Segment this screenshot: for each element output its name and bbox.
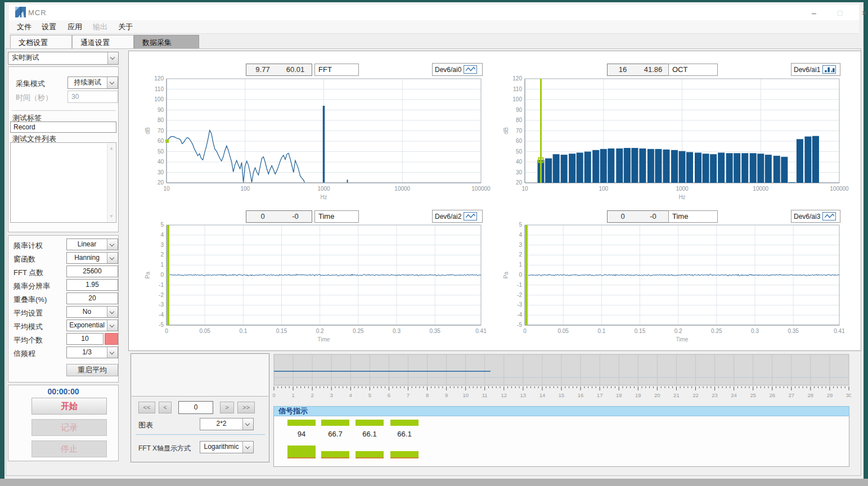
fft-channel-box[interactable]: Dev6/ai0 <box>432 63 483 76</box>
tab-document-settings[interactable]: 文档设置 <box>10 35 72 49</box>
acq-mode-select[interactable]: 持续测试 <box>68 76 118 89</box>
svg-text:0: 0 <box>160 272 164 278</box>
svg-text:2: 2 <box>519 251 522 258</box>
bar-chart-icon <box>822 65 836 74</box>
status-strip <box>0 479 868 486</box>
time2-channel-box[interactable]: Dev6/ai2 <box>432 210 483 223</box>
nav-first-button[interactable]: << <box>138 402 155 413</box>
menu-output: 输出 <box>89 21 111 33</box>
overlap-input[interactable]: 20 <box>66 292 118 304</box>
test-mode-select[interactable]: 实时测试 <box>8 52 119 65</box>
freq-weighting-label: 频率计权 <box>14 241 43 251</box>
page-number-field[interactable]: 0 <box>178 401 213 414</box>
svg-text:18: 18 <box>616 392 622 398</box>
svg-text:100: 100 <box>512 96 522 102</box>
time3-cursor-readout: 0-0 <box>607 210 669 223</box>
freq-resolution-input[interactable]: 1.95 <box>66 279 118 291</box>
svg-text:10: 10 <box>462 392 469 398</box>
minimize-button[interactable]: – <box>804 6 824 20</box>
svg-text:0.15: 0.15 <box>635 328 646 334</box>
record-timeline[interactable]: 0123456789101112131415161718192021222324… <box>273 354 851 402</box>
svg-text:60: 60 <box>516 138 523 144</box>
chevron-down-icon[interactable] <box>107 320 118 331</box>
tab-channel-settings[interactable]: 通道设置 <box>72 35 134 49</box>
fft-chart[interactable]: 1010010001000010000020304050607080901001… <box>133 72 497 213</box>
svg-text:22: 22 <box>692 392 699 398</box>
chevron-down-icon[interactable] <box>107 77 118 88</box>
svg-text:8: 8 <box>426 392 429 398</box>
acq-mode-value: 持续测试 <box>68 77 107 88</box>
scroll-up-icon[interactable]: ▲ <box>107 145 115 152</box>
info-box <box>132 354 268 397</box>
window-fn-value: Hanning <box>67 253 107 263</box>
menu-file[interactable]: 文件 <box>14 21 35 33</box>
time-chart-ai3[interactable]: 00.050.10.150.20.250.30.350.41-5-4-3-2-1… <box>491 218 856 355</box>
avg-mode-select[interactable]: Exponential <box>66 320 118 331</box>
svg-text:4: 4 <box>349 392 352 398</box>
cursor-x: 16 <box>608 64 638 75</box>
svg-text:30: 30 <box>158 169 164 176</box>
chevron-down-icon[interactable] <box>107 239 118 250</box>
svg-text:23: 23 <box>712 392 718 398</box>
test-label-input[interactable]: Record <box>10 122 116 133</box>
octave-select[interactable]: 1/3 <box>66 346 118 358</box>
chevron-down-icon[interactable] <box>107 347 118 358</box>
svg-text:12: 12 <box>501 392 507 398</box>
line-chart-icon <box>464 212 477 220</box>
layout-label: 图表 <box>138 420 153 430</box>
oct-type-box[interactable]: OCT <box>668 64 718 76</box>
line-chart-icon <box>464 65 477 74</box>
svg-text:0.41: 0.41 <box>834 328 845 334</box>
maximize-button[interactable]: □ <box>830 6 849 20</box>
start-button[interactable]: 开始 <box>32 398 107 415</box>
scrollbar[interactable]: ▲ ▼ <box>107 143 115 222</box>
time-chart-ai2[interactable]: 00.050.10.150.20.250.30.350.41-5-4-3-2-1… <box>133 218 497 355</box>
time3-channel-box[interactable]: Dev6/ai3 <box>791 210 840 223</box>
chevron-down-icon[interactable] <box>107 307 118 317</box>
signal-channel-3: 66.1 <box>356 416 384 466</box>
meter-baseline <box>390 457 419 458</box>
svg-text:50: 50 <box>158 148 164 155</box>
scroll-down-icon[interactable]: ▼ <box>107 213 115 220</box>
svg-text:21: 21 <box>673 392 680 398</box>
close-button[interactable]: × <box>854 6 868 20</box>
svg-text:-5: -5 <box>159 322 164 328</box>
chevron-down-icon[interactable] <box>242 418 253 430</box>
svg-text:20: 20 <box>654 392 660 398</box>
level-value: 66.1 <box>356 430 384 438</box>
svg-text:0: 0 <box>165 328 168 334</box>
fft-type-box[interactable]: FFT <box>314 64 359 76</box>
title-bar: MCR – □ × <box>9 4 859 20</box>
svg-text:Pa: Pa <box>145 271 151 278</box>
chevron-down-icon[interactable] <box>242 442 253 453</box>
nav-next-button[interactable]: > <box>220 402 234 413</box>
nav-prev-button[interactable]: < <box>159 402 172 413</box>
fft-xaxis-select[interactable]: Logarithmic <box>200 441 254 453</box>
svg-text:Time: Time <box>676 336 689 343</box>
fft-points-input[interactable]: 25600 <box>66 266 118 277</box>
tab-data-acquisition[interactable]: 数据采集 <box>134 35 199 49</box>
level-value: 66.7 <box>321 430 349 438</box>
layout-select[interactable]: 2*2 <box>200 418 254 430</box>
oct-channel-box[interactable]: Dev6/ai1 <box>791 63 840 76</box>
svg-text:1000: 1000 <box>317 186 330 192</box>
restart-avg-button[interactable]: 重启平均 <box>66 364 118 376</box>
svg-text:13: 13 <box>520 392 527 398</box>
avg-count-input[interactable]: 10 <box>66 333 104 345</box>
time3-type-box[interactable]: Time <box>668 210 718 223</box>
time2-type-box[interactable]: Time <box>314 210 359 223</box>
octave-chart[interactable]: 1010010001000010000020304050607080901001… <box>491 72 856 213</box>
menu-about[interactable]: 关于 <box>115 21 136 33</box>
svg-text:-2: -2 <box>159 292 164 298</box>
nav-last-button[interactable]: >> <box>237 402 255 413</box>
freq-weighting-select[interactable]: Linear <box>66 238 118 250</box>
fft-xaxis-label: FFT X轴显示方式 <box>138 444 191 453</box>
menu-app[interactable]: 应用 <box>64 21 86 33</box>
chevron-down-icon[interactable] <box>107 52 118 64</box>
chevron-down-icon[interactable] <box>107 253 118 263</box>
window-fn-select[interactable]: Hanning <box>66 252 118 264</box>
test-file-listbox[interactable]: ▲ ▼ <box>10 142 116 223</box>
avg-setting-select[interactable]: No <box>66 306 118 318</box>
menu-settings[interactable]: 设置 <box>38 21 60 33</box>
level-meter-bar <box>321 420 349 426</box>
